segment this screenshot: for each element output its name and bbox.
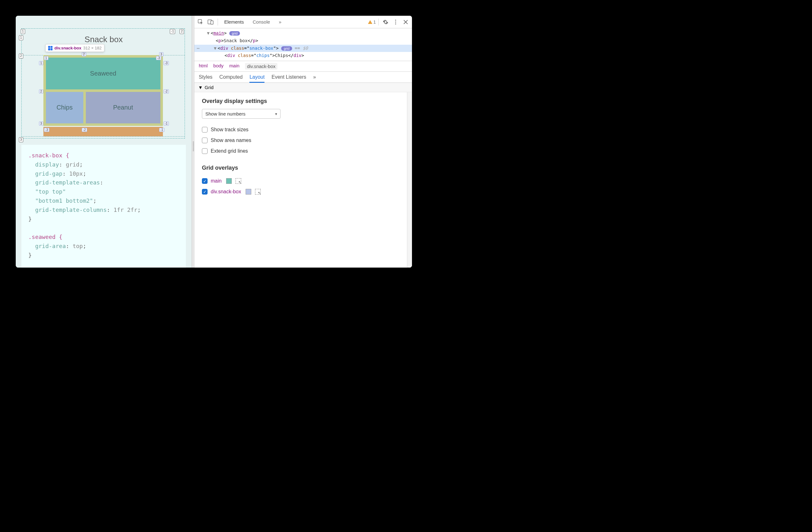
code-selector: .seaweed {: [28, 234, 62, 240]
tab-console[interactable]: Console: [249, 17, 274, 26]
overlay-label: main: [211, 178, 222, 184]
dom-node-chips[interactable]: <div class="chips">Chips</div>: [207, 52, 412, 59]
reveal-element-icon[interactable]: [255, 189, 261, 195]
grid-line-label: 2: [19, 54, 23, 58]
subtabs-more[interactable]: »: [313, 74, 316, 80]
dom-text: Chips: [275, 53, 288, 58]
check-track-sizes[interactable]: Show track sizes: [202, 124, 400, 135]
tabs-more[interactable]: »: [275, 17, 285, 26]
grid-line-label: 3: [19, 137, 23, 142]
dom-node-p[interactable]: <p>Snack box</p>: [207, 37, 412, 45]
grid-line-label: -3: [163, 61, 169, 65]
checkbox[interactable]: [202, 138, 207, 143]
select-value: Show line numbers: [205, 111, 246, 116]
svg-point-5: [395, 23, 396, 24]
checkbox-checked[interactable]: ✓: [202, 189, 207, 195]
crumb-snack-box[interactable]: div.snack-box: [245, 63, 277, 70]
inspect-icon[interactable]: [196, 18, 205, 26]
subtab-styles[interactable]: Styles: [199, 74, 213, 80]
divider: [218, 18, 218, 26]
grid-badge[interactable]: grid: [281, 46, 292, 51]
svg-point-3: [395, 19, 396, 20]
checkbox-label: Show area names: [211, 138, 251, 143]
checkbox[interactable]: [202, 127, 207, 132]
grid-line-label: -2: [82, 128, 87, 132]
warning-count: 1: [373, 19, 376, 25]
tooltip-dimensions: 312 × 182: [83, 46, 102, 51]
grid-icon: [48, 46, 53, 51]
rendered-viewport: 1 -1 2 1 2 3 Snack box div.snack-box 312…: [21, 22, 186, 145]
grid-overlays-title: Grid overlays: [202, 165, 400, 171]
devtools-window: 1 -1 2 1 2 3 Snack box div.snack-box 312…: [16, 16, 412, 268]
disclosure-triangle-icon: ▼: [198, 85, 203, 90]
color-swatch[interactable]: [226, 178, 232, 184]
dom-node-main[interactable]: ▼<main> grid: [207, 30, 412, 37]
device-toggle-icon[interactable]: [206, 18, 215, 26]
grid-badge[interactable]: grid: [229, 31, 240, 36]
code-brace: }: [28, 215, 179, 224]
dom-attr: class: [231, 46, 244, 51]
overlay-label: div.snack-box: [211, 189, 241, 195]
subtab-layout[interactable]: Layout: [249, 74, 264, 83]
checkbox[interactable]: [202, 148, 207, 154]
layout-panel: Overlay display settings Show line numbe…: [194, 92, 407, 268]
dom-attr: class: [238, 53, 251, 58]
checkbox-checked[interactable]: ✓: [202, 178, 207, 184]
devtools-toolbar: Elements Console » 1: [194, 16, 412, 28]
check-area-names[interactable]: Show area names: [202, 135, 400, 146]
crumb-html[interactable]: html: [199, 63, 207, 70]
code-val: 1fr 2fr: [114, 207, 137, 213]
pane-resizer[interactable]: [192, 16, 194, 268]
dom-tag: div: [293, 53, 301, 58]
dom-tag: div: [227, 53, 235, 58]
grid-line-label: -3: [44, 128, 49, 132]
dom-eq: ==: [292, 46, 303, 51]
section-title: Grid: [205, 85, 214, 90]
cell-peanut: Peanut: [86, 92, 160, 124]
dom-tag: div: [220, 46, 228, 51]
grid-line-label: 1: [44, 56, 48, 60]
grid-line-label: 1: [39, 61, 43, 65]
grid-line-label: -1: [159, 128, 164, 132]
overlay-snack-box[interactable]: ✓ div.snack-box ➘: [202, 186, 400, 197]
code-brace: }: [28, 251, 179, 260]
line-number-select[interactable]: Show line numbers: [202, 109, 280, 119]
grid-line-label: -2: [163, 89, 169, 94]
code-string: "bottom1 bottom2": [35, 197, 93, 204]
crumb-main[interactable]: main: [229, 63, 240, 70]
dom-tag[interactable]: main: [213, 30, 224, 36]
grid-line-label: 2: [179, 29, 184, 34]
breadcrumb: html body main div.snack-box: [194, 61, 412, 72]
checkbox-label: Extend grid lines: [211, 148, 248, 154]
warning-icon: [368, 20, 372, 24]
grid-section-header[interactable]: ▼ Grid: [194, 83, 412, 92]
dom-node-selected[interactable]: ▼<div class="snack-box"> grid == $0: [194, 45, 412, 52]
snack-box-grid: Seaweed Chips Peanut: [43, 55, 163, 126]
warnings-badge[interactable]: 1: [368, 19, 376, 25]
kebab-icon[interactable]: [391, 18, 400, 26]
code-string: "top top": [35, 188, 66, 195]
subtab-event-listeners[interactable]: Event Listeners: [271, 74, 306, 80]
color-swatch[interactable]: [246, 189, 251, 195]
code-val: grid: [66, 161, 79, 168]
devtools-pane: Elements Console » 1 ▼<main> grid <p>Sna…: [194, 16, 412, 268]
grid-guide-line: [21, 136, 185, 137]
check-extend-lines[interactable]: Extend grid lines: [202, 146, 400, 156]
subtab-computed[interactable]: Computed: [219, 74, 243, 80]
grid-line-label: 2: [82, 52, 86, 56]
grid-gap-highlight: [43, 127, 163, 136]
grid-line-label: -1: [163, 122, 169, 126]
reveal-element-icon[interactable]: [235, 178, 241, 184]
close-icon[interactable]: [401, 18, 410, 26]
scrollbar[interactable]: [407, 92, 412, 268]
cell-seaweed: Seaweed: [46, 58, 160, 89]
code-prop: display: [35, 161, 59, 168]
divider: [378, 18, 379, 26]
grid-line-label: -1: [170, 29, 175, 34]
settings-icon[interactable]: [381, 18, 390, 26]
dom-tree[interactable]: ▼<main> grid <p>Snack box</p> ▼<div clas…: [194, 28, 412, 61]
overlay-main[interactable]: ✓ main: [202, 176, 400, 186]
grid-line-label: 3: [39, 122, 43, 126]
crumb-body[interactable]: body: [213, 63, 223, 70]
tab-elements[interactable]: Elements: [220, 17, 248, 26]
